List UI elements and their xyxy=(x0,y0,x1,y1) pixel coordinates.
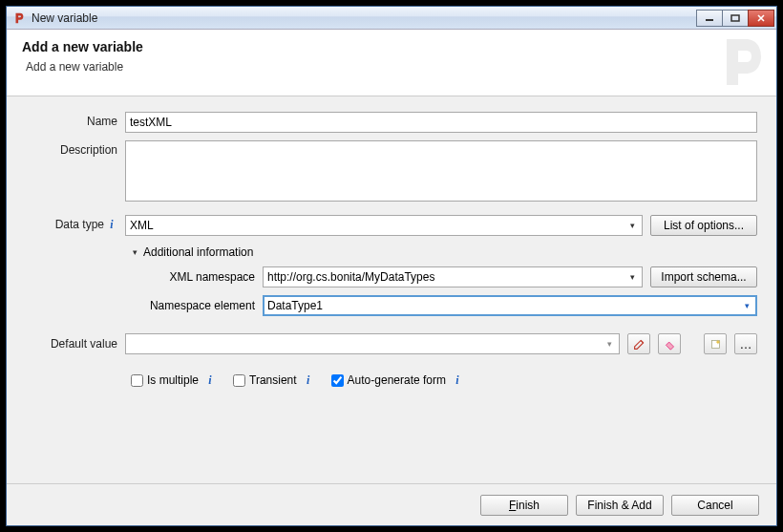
import-schema-button[interactable]: Import schema... xyxy=(650,266,757,287)
window-title: New variable xyxy=(32,11,690,25)
description-input[interactable] xyxy=(125,140,757,202)
chevron-down-icon: ▾ xyxy=(624,269,640,285)
wizard-button[interactable] xyxy=(704,333,727,354)
default-value-select[interactable]: ▾ xyxy=(125,333,620,354)
header-band: Add a new variable Add a new variable xyxy=(7,30,776,96)
titlebar: New variable xyxy=(7,7,776,30)
datatype-label: Data typei xyxy=(26,215,117,231)
autogenerate-form-checkbox[interactable]: Auto-generate form i xyxy=(331,373,463,387)
transient-checkbox[interactable]: Transient i xyxy=(233,373,314,387)
additional-info-expander[interactable]: ▾ Additional information xyxy=(133,245,757,259)
default-value-label: Default value xyxy=(26,337,117,351)
chevron-down-icon: ▾ xyxy=(739,298,754,313)
app-icon xyxy=(12,11,26,25)
xml-namespace-label: XML namespace xyxy=(129,270,255,284)
dialog-title: Add a new variable xyxy=(22,39,761,54)
additional-info-label: Additional information xyxy=(143,245,253,259)
name-label: Name xyxy=(26,112,117,128)
edit-expression-button[interactable] xyxy=(627,333,650,354)
dialog-window: New variable Add a new variable Add a ne… xyxy=(6,6,777,526)
info-icon: i xyxy=(106,219,117,230)
name-input[interactable] xyxy=(125,112,757,133)
chevron-down-icon: ▾ xyxy=(624,218,640,233)
form-area: Name Description Data typei XML ▾ List o… xyxy=(7,96,776,398)
is-multiple-checkbox[interactable]: Is multiple i xyxy=(131,373,216,387)
info-icon: i xyxy=(303,374,314,386)
minimize-button[interactable] xyxy=(696,10,723,27)
close-button[interactable] xyxy=(748,10,774,27)
finish-button[interactable]: Finish xyxy=(480,495,568,516)
xml-namespace-select[interactable]: http://org.cs.bonita/MyDataTypes ▾ xyxy=(263,266,643,287)
datatype-select[interactable]: XML ▾ xyxy=(125,215,643,236)
maximize-button[interactable] xyxy=(722,10,749,27)
svg-rect-0 xyxy=(706,19,713,21)
window-controls xyxy=(696,10,774,27)
info-icon: i xyxy=(204,374,216,386)
namespace-element-select[interactable]: DataType1 ▾ xyxy=(263,295,757,316)
watermark-icon xyxy=(708,32,769,93)
chevron-down-icon: ▾ xyxy=(602,336,617,351)
finish-and-add-button[interactable]: Finish & Add xyxy=(576,495,664,516)
clear-expression-button[interactable] xyxy=(658,333,681,354)
description-label: Description xyxy=(26,140,117,157)
dialog-footer: Finish Finish & Add Cancel xyxy=(7,483,776,525)
svg-rect-1 xyxy=(731,15,739,21)
cancel-button[interactable]: Cancel xyxy=(671,495,759,516)
more-button[interactable]: … xyxy=(734,333,757,354)
namespace-element-label: Namespace element xyxy=(129,299,255,312)
list-of-options-button[interactable]: List of options... xyxy=(650,215,757,236)
dialog-subtitle: Add a new variable xyxy=(26,60,761,74)
expand-triangle-icon: ▾ xyxy=(133,247,138,257)
info-icon: i xyxy=(452,374,463,386)
